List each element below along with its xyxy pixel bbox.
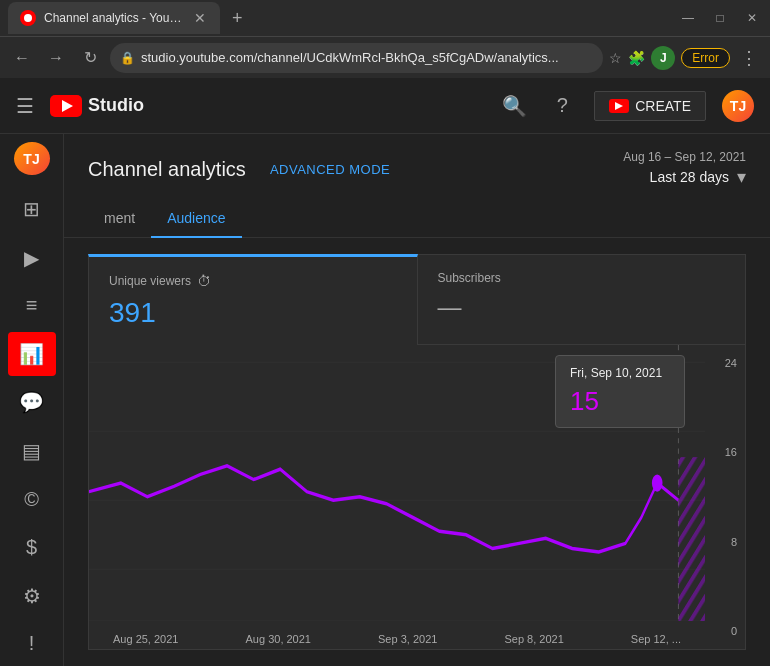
title-bar: Channel analytics - YouTube Stu... ✕ + —… [0,0,770,36]
y-label-24: 24 [725,357,737,369]
subscribers-header: Subscribers [438,271,726,285]
sidebar-item-comments[interactable]: 💬 [8,380,56,424]
advanced-mode-link[interactable]: ADVANCED MODE [270,162,390,177]
sidebar-item-analytics[interactable]: 📊 [8,332,56,376]
settings-icon: ⚙ [23,584,41,608]
sidebar-item-subtitles[interactable]: ▤ [8,429,56,473]
help-button[interactable]: ? [546,90,578,122]
x-label-3: Sep 8, 2021 [504,633,563,645]
tab-engagement[interactable]: ment [88,200,151,238]
monetization-icon: $ [26,536,37,559]
sidebar-item-dashboard[interactable]: ⊞ [8,187,56,231]
striped-bar [678,457,705,621]
unique-viewers-value: 391 [109,297,397,329]
sidebar-item-content[interactable]: ▶ [8,235,56,279]
playlists-icon: ≡ [26,294,38,317]
browser-chrome: Channel analytics - YouTube Stu... ✕ + —… [0,0,770,78]
sidebar-item-copyright[interactable]: © [8,477,56,521]
analytics-icon: 📊 [19,342,44,366]
x-label-0: Aug 25, 2021 [113,633,178,645]
tooltip-value: 15 [570,386,670,417]
create-button[interactable]: CREATE [594,91,706,121]
feedback-icon: ! [29,632,35,655]
chart-container: Fri, Sep 10, 2021 15 [88,345,746,650]
dashboard-icon: ⊞ [23,197,40,221]
stats-cards: Unique viewers ⏱ 391 Subscribers — [88,254,746,345]
yt-studio-logo[interactable]: Studio [50,95,144,117]
back-button[interactable]: ← [8,44,36,72]
active-tab[interactable]: Channel analytics - YouTube Stu... ✕ [8,2,220,34]
subtitles-icon: ▤ [22,439,41,463]
date-label-row: Last 28 days ▾ [650,166,746,188]
content-icon: ▶ [24,246,39,270]
header-icons: 🔍 ? CREATE TJ [498,90,754,122]
sidebar-item-settings[interactable]: ⚙ [8,573,56,617]
date-range-arrow-icon: ▾ [737,166,746,188]
y-label-0: 0 [725,625,737,637]
create-play-triangle [615,102,623,110]
user-avatar[interactable]: TJ [722,90,754,122]
audience-tab-label: Audience [167,210,225,226]
error-badge[interactable]: Error [681,48,730,68]
sidebar: TJ ⊞ ▶ ≡ 📊 💬 ▤ [0,134,64,666]
minimize-button[interactable]: — [678,8,698,28]
y-axis: 24 16 8 0 [725,345,737,649]
create-label: CREATE [635,98,691,114]
x-label-4: Sep 12, ... [631,633,681,645]
address-input[interactable]: 🔒 studio.youtube.com/channel/UCdkWmRcl-B… [110,43,603,73]
app-container: ☰ Studio 🔍 ? CREATE TJ [0,78,770,666]
play-triangle [62,100,73,112]
tab-audience[interactable]: Audience [151,200,241,238]
analytics-tabs: ment Audience [64,200,770,238]
lock-icon: 🔒 [120,51,135,65]
copyright-icon: © [24,488,39,511]
info-icon-viewers: ⏱ [197,273,211,289]
comments-icon: 💬 [19,390,44,414]
sidebar-item-feedback[interactable]: ! [8,622,56,666]
create-video-icon [609,99,629,113]
bookmark-icon[interactable]: ☆ [609,50,622,66]
window-controls: — □ ✕ [678,8,762,28]
reload-button[interactable]: ↻ [76,44,104,72]
subscribers-value: — [438,293,726,321]
hamburger-menu-icon[interactable]: ☰ [16,94,34,118]
search-button[interactable]: 🔍 [498,90,530,122]
youtube-logo-icon [50,95,82,117]
studio-text: Studio [88,95,144,116]
address-bar-icons: ☆ 🧩 J [609,46,675,70]
chart-tooltip: Fri, Sep 10, 2021 15 [555,355,685,428]
sidebar-item-playlists[interactable]: ≡ [8,284,56,328]
y-label-8: 8 [725,536,737,548]
chart-line [89,466,678,552]
tab-close-button[interactable]: ✕ [192,10,208,26]
main-content: Channel analytics ADVANCED MODE Aug 16 –… [64,134,770,666]
url-text: studio.youtube.com/channel/UCdkWmRcl-Bkh… [141,50,593,65]
extension-icon[interactable]: 🧩 [628,50,645,66]
maximize-button[interactable]: □ [710,8,730,28]
x-axis: Aug 25, 2021 Aug 30, 2021 Sep 3, 2021 Se… [89,627,705,645]
sidebar-avatar[interactable]: TJ [14,142,50,175]
tooltip-date: Fri, Sep 10, 2021 [570,366,670,380]
x-label-1: Aug 30, 2021 [246,633,311,645]
subscribers-card[interactable]: Subscribers — [418,254,747,345]
page-title: Channel analytics [88,158,246,181]
profile-circle[interactable]: J [651,46,675,70]
browser-menu-button[interactable]: ⋮ [736,43,762,73]
unique-viewers-header: Unique viewers ⏱ [109,273,397,289]
stats-section: Unique viewers ⏱ 391 Subscribers — [88,254,746,650]
highlighted-point [652,474,663,491]
subscribers-label: Subscribers [438,271,501,285]
unique-viewers-label: Unique viewers [109,274,191,288]
forward-button[interactable]: → [42,44,70,72]
analytics-body: Unique viewers ⏱ 391 Subscribers — [64,238,770,666]
new-tab-button[interactable]: + [224,4,251,33]
date-range-text: Aug 16 – Sep 12, 2021 [623,150,746,164]
sidebar-item-monetization[interactable]: $ [8,525,56,569]
date-range-label: Last 28 days [650,169,729,185]
close-window-button[interactable]: ✕ [742,8,762,28]
date-range-selector[interactable]: Aug 16 – Sep 12, 2021 Last 28 days ▾ [623,150,746,188]
yt-studio-header: ☰ Studio 🔍 ? CREATE TJ [0,78,770,134]
unique-viewers-card[interactable]: Unique viewers ⏱ 391 [88,254,418,345]
address-bar: ← → ↻ 🔒 studio.youtube.com/channel/UCdkW… [0,36,770,78]
y-label-16: 16 [725,446,737,458]
